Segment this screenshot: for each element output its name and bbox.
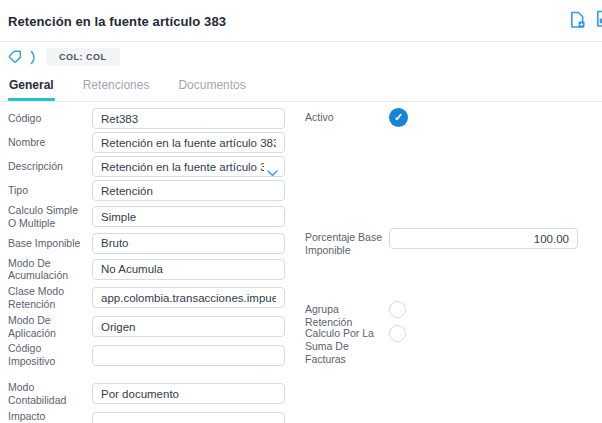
chevron-down-icon[interactable] <box>267 163 278 181</box>
field-row-codigo-impositivo: Código Impositivo <box>8 342 285 368</box>
modo-contabilidad-input[interactable] <box>92 383 285 404</box>
tab-documentos[interactable]: Documentos <box>177 71 246 101</box>
descripcion-select[interactable] <box>92 156 285 177</box>
new-document-icon <box>569 11 585 32</box>
clase-modo-retencion-input[interactable] <box>92 287 285 308</box>
calculo-suma-checkbox-unchecked[interactable] <box>389 325 406 342</box>
field-row-calculo-simple: Calculo Simple O Multiple <box>8 204 285 230</box>
field-label: Activo <box>305 111 389 124</box>
tag-icon[interactable] <box>8 50 22 64</box>
agrupa-retencion-checkbox-unchecked[interactable] <box>389 301 406 318</box>
modo-aplicacion-input[interactable] <box>92 316 285 337</box>
filter-bar: COL: COL <box>0 42 602 71</box>
chevron-separator-icon <box>30 50 38 65</box>
field-label: Calculo Por La Suma De Facturas <box>305 324 389 366</box>
codigo-input[interactable] <box>92 108 285 129</box>
header-actions <box>569 10 602 32</box>
field-row-calculo-suma: Calculo Por La Suma De Facturas <box>305 324 578 366</box>
modo-acumulacion-input[interactable] <box>92 259 285 280</box>
field-row-base-imponible: Base Imponible <box>8 233 285 254</box>
page-title: Retención en la fuente artículo 383 <box>8 14 226 29</box>
company-tag-chip[interactable]: COL: COL <box>46 48 120 66</box>
porcentaje-base-input[interactable] <box>389 228 578 249</box>
field-row-modo-aplicacion: Modo De Aplicación <box>8 314 285 340</box>
field-label: Clase Modo Retención <box>8 285 92 311</box>
new-record-button[interactable] <box>569 11 585 32</box>
field-row-descripcion: Descripción <box>8 156 285 177</box>
form-general: Código Nombre Descripción Tipo Calc <box>0 102 602 423</box>
field-row-modo-contabilidad: Modo Contabilidad <box>8 381 285 407</box>
codigo-impositivo-input[interactable] <box>92 345 285 366</box>
field-row-clase-modo: Clase Modo Retención <box>8 285 285 311</box>
field-label: Modo De Aplicación <box>8 314 92 340</box>
tipo-input[interactable] <box>92 180 285 201</box>
field-label: Código <box>8 112 92 125</box>
nombre-input[interactable] <box>92 132 285 153</box>
field-label: Tipo <box>8 184 92 197</box>
field-label: Calculo Simple O Multiple <box>8 204 92 230</box>
field-row-activo: Activo ✓ <box>305 108 578 127</box>
impacto-cashflow-input[interactable] <box>92 412 285 423</box>
field-label: Impacto Cashflow <box>8 410 92 423</box>
tab-general[interactable]: General <box>8 71 55 101</box>
calculo-simple-input[interactable] <box>92 206 285 227</box>
tab-retenciones[interactable]: Retenciones <box>82 71 151 101</box>
field-row-porcentaje-base: Porcentaje Base Imponible <box>305 228 578 257</box>
field-label: Modo De Acumulación <box>8 257 92 283</box>
activo-checkbox-checked[interactable]: ✓ <box>389 108 408 127</box>
field-label: Base Imponible <box>8 237 92 250</box>
form-left-column: Código Nombre Descripción Tipo Calc <box>8 108 285 423</box>
field-row-nombre: Nombre <box>8 132 285 153</box>
field-label: Código Impositivo <box>8 342 92 368</box>
clipped-document-icon[interactable] <box>595 10 602 32</box>
field-row-modo-acumulacion: Modo De Acumulación <box>8 257 285 283</box>
field-row-codigo: Código <box>8 108 285 129</box>
field-label: Nombre <box>8 136 92 149</box>
base-imponible-input[interactable] <box>92 233 285 254</box>
tab-bar: General Retenciones Documentos <box>0 71 602 102</box>
check-icon: ✓ <box>394 111 403 124</box>
field-row-impacto-cashflow: Impacto Cashflow <box>8 410 285 423</box>
field-label: Modo Contabilidad <box>8 381 92 407</box>
field-label: Descripción <box>8 160 92 173</box>
field-row-tipo: Tipo <box>8 180 285 201</box>
field-label: Porcentaje Base Imponible <box>305 228 389 257</box>
header: Retención en la fuente artículo 383 <box>0 0 602 42</box>
